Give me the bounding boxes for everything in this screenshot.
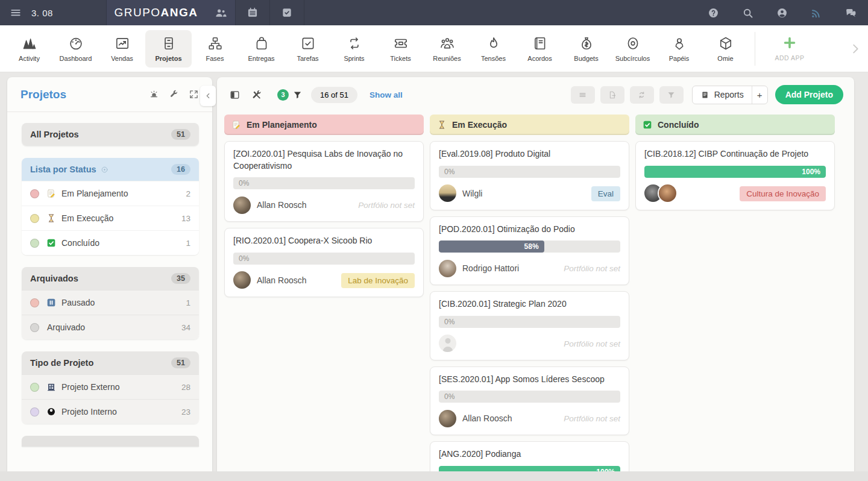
appnav-item-reunioes[interactable]: Reuniões: [424, 30, 470, 68]
sidebar-item-em-planejamento[interactable]: Em Planejamento2: [22, 181, 199, 206]
appnav-item-label: Entregas: [248, 55, 274, 62]
project-tag[interactable]: Lab de Inovação: [341, 273, 415, 288]
appnav-item-fases[interactable]: Fases: [192, 30, 238, 68]
list-view-button[interactable]: [571, 86, 595, 104]
sidebar-item-em-execucao[interactable]: Em Execução13: [22, 206, 199, 230]
appnav-item-budgets[interactable]: Budgets: [563, 30, 609, 68]
omie-icon: [718, 36, 734, 51]
appnav-item-subcirculos[interactable]: Subcírculos: [609, 30, 656, 68]
appnav-item-papeis[interactable]: Papéis: [656, 30, 702, 68]
sidebar-item-count: 28: [181, 383, 190, 392]
avatar[interactable]: [233, 271, 251, 289]
topbar-left: 3. 08: [0, 0, 106, 25]
project-card-footer: Allan RooschPortfólio not set: [233, 196, 415, 214]
appnav-item-dashboard[interactable]: Dashboard: [52, 30, 99, 68]
sidebar-group-label: Arquivados: [30, 274, 78, 283]
active-filters[interactable]: 3: [277, 89, 303, 101]
appnav-item-vendas[interactable]: Vendas: [99, 30, 145, 68]
main-panel: 3 16 of 51 Show all Reports + Add Projet…: [217, 77, 854, 481]
progress-label: 0%: [239, 253, 249, 265]
appnav-item-label: Budgets: [574, 55, 598, 62]
people-icon[interactable]: [214, 6, 228, 20]
avatar[interactable]: [439, 335, 456, 352]
sidebar-collapse-button[interactable]: [200, 86, 216, 106]
calendar-icon[interactable]: [247, 7, 259, 19]
horizontal-scrollbar[interactable]: [0, 471, 868, 481]
sidebar-group-header[interactable]: Tipo de Projeto51: [22, 351, 199, 374]
kanban-column-header[interactable]: Em Execução: [430, 115, 629, 135]
kanban-cards: [Eval.2019.08] Produto Digital0%WilgliEv…: [430, 141, 629, 479]
tasks-cell[interactable]: [269, 0, 304, 25]
project-tag[interactable]: Eval: [591, 186, 620, 201]
progress-bar: 0%: [233, 177, 415, 189]
appnav-item-label: Reuniões: [433, 55, 461, 62]
project-card[interactable]: [SES.2020.01] App Somos Líderes Sescoop0…: [430, 366, 629, 436]
appnav-item-tickets[interactable]: Tickets: [377, 30, 424, 68]
expand-icon[interactable]: [189, 89, 199, 99]
task-check-icon[interactable]: [281, 7, 293, 19]
add-projeto-button[interactable]: Add Projeto: [775, 85, 843, 104]
appnav-item-tarefas[interactable]: Tarefas: [285, 30, 331, 68]
sidebar-item-concluido[interactable]: Concluído1: [22, 230, 199, 255]
show-all-link[interactable]: Show all: [370, 90, 403, 99]
appnav-item-tensoes[interactable]: Tensões: [470, 30, 517, 68]
help-icon[interactable]: [707, 7, 720, 19]
export-button[interactable]: [600, 86, 624, 104]
project-tag[interactable]: Cultura de Inovação: [740, 186, 826, 201]
add-app-button[interactable]: ADD APP: [764, 30, 816, 68]
siren-icon[interactable]: [149, 89, 159, 99]
kanban-column-em-planejamento: Em Planejamento[ZOI.2020.01] Pesquisa La…: [224, 115, 424, 297]
menu-icon[interactable]: [10, 7, 22, 19]
project-card[interactable]: [POD.2020.01] Otimização do Podio58%Rodr…: [430, 216, 629, 286]
sidebar-groups: Lista por Status16Em Planejamento2Em Exe…: [22, 158, 199, 424]
chevron-right-icon[interactable]: [849, 42, 862, 55]
calendar-cell[interactable]: [235, 0, 269, 25]
reports-button[interactable]: Reports +: [692, 86, 768, 104]
chat-icon[interactable]: [844, 7, 857, 19]
sidebar-item-label: Projeto Externo: [61, 382, 120, 392]
kanban-column-header[interactable]: Em Planejamento: [224, 115, 424, 135]
appnav-item-label: Omie: [717, 55, 733, 62]
user-icon[interactable]: [776, 7, 788, 19]
sidebar-item-pausado[interactable]: Pausado1: [22, 290, 199, 315]
tools-icon[interactable]: [251, 89, 263, 101]
avatar[interactable]: [659, 184, 676, 202]
appnav-item-entregas[interactable]: Entregas: [238, 30, 285, 68]
avatar[interactable]: [233, 196, 251, 214]
appnav-item-activity[interactable]: Activity: [6, 30, 52, 68]
sidebar-group-header[interactable]: Arquivados35: [22, 267, 199, 290]
reports-add-button[interactable]: +: [752, 86, 767, 104]
project-card-title: [ZOI.2020.01] Pesquisa Labs de Inovação …: [233, 148, 415, 172]
filter-button[interactable]: [659, 86, 684, 104]
sidebar-group-header[interactable]: Lista por Status16: [22, 158, 199, 181]
progress-bar: 0%: [439, 391, 620, 403]
kanban-column-title: Concluído: [658, 120, 699, 130]
owner-name: Allan Roosch: [462, 413, 512, 423]
board-view-icon[interactable]: [229, 89, 241, 101]
appnav-item-label: Papéis: [669, 55, 690, 62]
signal-icon[interactable]: [810, 7, 823, 19]
card-footer-right: Eval: [591, 188, 620, 199]
avatar[interactable]: [439, 410, 456, 427]
avatar[interactable]: [439, 260, 456, 277]
appnav-item-sprints[interactable]: Sprints: [331, 30, 377, 68]
search-icon[interactable]: [741, 7, 754, 19]
sidebar-item-projeto-interno[interactable]: Projeto Interno23: [22, 399, 199, 424]
project-card[interactable]: [RIO.2020.01] Coopera-X Sicoob Rio0%Alla…: [224, 228, 424, 297]
sprints-icon: [347, 36, 362, 51]
kanban-column-header[interactable]: Concluído: [635, 115, 835, 135]
project-card[interactable]: [CIB.2018.12] CIBP Continuação de Projet…: [635, 141, 835, 210]
appnav-item-omie[interactable]: Omie: [702, 30, 749, 68]
appnav-item-projetos[interactable]: Projetos: [145, 30, 192, 68]
project-card[interactable]: [CIB.2020.01] Strategic Plan 20200%Portf…: [430, 291, 629, 360]
wrench-icon[interactable]: [169, 89, 179, 99]
card-footer-right: Cultura de Inovação: [740, 188, 826, 199]
sidebar-item-arquivado[interactable]: Arquivado34: [22, 315, 199, 339]
project-card[interactable]: [ZOI.2020.01] Pesquisa Labs de Inovação …: [224, 141, 424, 222]
avatar[interactable]: [439, 184, 456, 202]
sync-button[interactable]: [630, 86, 654, 104]
project-card[interactable]: [Eval.2019.08] Produto Digital0%WilgliEv…: [430, 141, 629, 210]
sidebar-item-projeto-externo[interactable]: Projeto Externo28: [22, 374, 199, 399]
appnav-item-acordos[interactable]: Acordos: [517, 30, 563, 68]
sidebar-all-projects[interactable]: All Projetos 51: [22, 123, 199, 146]
